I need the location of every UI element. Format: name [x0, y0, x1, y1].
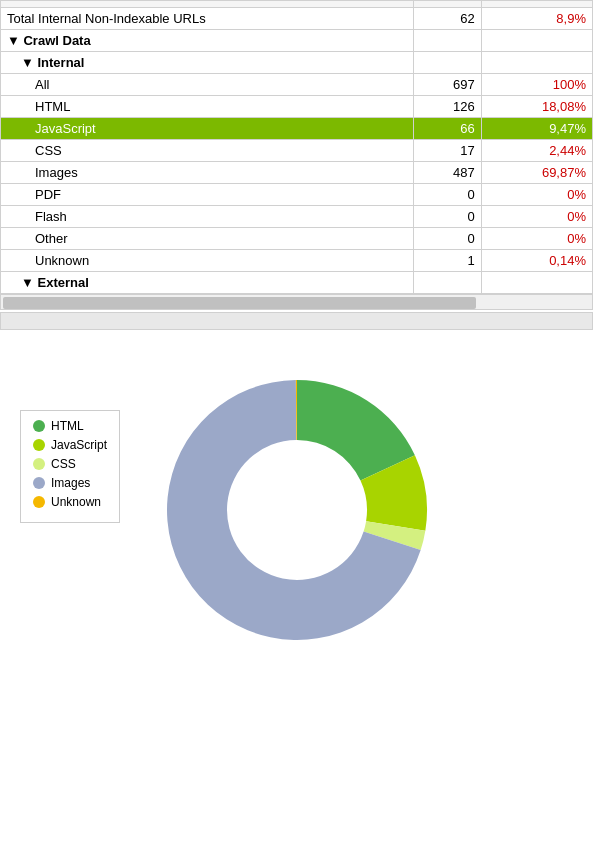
legend-item: JavaScript: [33, 438, 107, 452]
table-row[interactable]: Other00%: [1, 228, 593, 250]
col-label-header: [1, 1, 414, 8]
table-row[interactable]: PDF00%: [1, 184, 593, 206]
row-urls: 1: [413, 250, 481, 272]
row-label: Total Internal Non-Indexable URLs: [1, 8, 414, 30]
legend-label: JavaScript: [51, 438, 107, 452]
legend-color-dot: [33, 439, 45, 451]
row-pct: 18,08%: [481, 96, 592, 118]
horizontal-scrollbar[interactable]: [0, 294, 593, 310]
row-label: All: [1, 74, 414, 96]
row-pct: 0%: [481, 228, 592, 250]
scrollbar-thumb: [3, 297, 476, 309]
row-urls: 66: [413, 118, 481, 140]
table-row[interactable]: ▼ Crawl Data: [1, 30, 593, 52]
row-pct: 0%: [481, 206, 592, 228]
row-urls: 0: [413, 184, 481, 206]
row-pct: [481, 52, 592, 74]
chart-title: [0, 312, 593, 330]
legend-label: CSS: [51, 457, 76, 471]
row-urls: [413, 272, 481, 294]
col-pct-header: [481, 1, 592, 8]
donut-chart: [147, 360, 447, 660]
table-row[interactable]: JavaScript669,47%: [1, 118, 593, 140]
row-urls: 697: [413, 74, 481, 96]
table-row[interactable]: Total Internal Non-Indexable URLs628,9%: [1, 8, 593, 30]
row-pct: [481, 272, 592, 294]
legend-item: CSS: [33, 457, 107, 471]
row-label: Flash: [1, 206, 414, 228]
row-pct: 2,44%: [481, 140, 592, 162]
row-urls: 126: [413, 96, 481, 118]
row-pct: 0%: [481, 184, 592, 206]
legend-item: Images: [33, 476, 107, 490]
row-urls: 0: [413, 228, 481, 250]
legend-item: HTML: [33, 419, 107, 433]
table-header-row: [1, 1, 593, 8]
row-label: JavaScript: [1, 118, 414, 140]
table-row[interactable]: ▼ External: [1, 272, 593, 294]
legend-color-dot: [33, 477, 45, 489]
legend-item: Unknown: [33, 495, 107, 509]
legend-color-dot: [33, 458, 45, 470]
data-table: Total Internal Non-Indexable URLs628,9%▼…: [0, 0, 593, 294]
row-pct: [481, 30, 592, 52]
row-label: ▼ Crawl Data: [1, 30, 414, 52]
table-row[interactable]: CSS172,44%: [1, 140, 593, 162]
col-urls-header: [413, 1, 481, 8]
row-pct: 8,9%: [481, 8, 592, 30]
row-urls: [413, 30, 481, 52]
table-row[interactable]: Images48769,87%: [1, 162, 593, 184]
chart-legend: HTMLJavaScriptCSSImagesUnknown: [20, 410, 120, 523]
legend-label: Images: [51, 476, 90, 490]
row-pct: 69,87%: [481, 162, 592, 184]
legend-label: HTML: [51, 419, 84, 433]
table-row[interactable]: HTML12618,08%: [1, 96, 593, 118]
table-row[interactable]: ▼ Internal: [1, 52, 593, 74]
row-pct: 100%: [481, 74, 592, 96]
legend-label: Unknown: [51, 495, 101, 509]
legend-color-dot: [33, 420, 45, 432]
chart-area: HTMLJavaScriptCSSImagesUnknown: [0, 330, 593, 690]
row-urls: 62: [413, 8, 481, 30]
row-label: ▼ Internal: [1, 52, 414, 74]
table-row[interactable]: All697100%: [1, 74, 593, 96]
row-label: PDF: [1, 184, 414, 206]
row-pct: 0,14%: [481, 250, 592, 272]
row-label: Other: [1, 228, 414, 250]
crawl-data-table: Total Internal Non-Indexable URLs628,9%▼…: [0, 0, 593, 294]
row-pct: 9,47%: [481, 118, 592, 140]
row-urls: 17: [413, 140, 481, 162]
row-label: ▼ External: [1, 272, 414, 294]
table-row[interactable]: Unknown10,14%: [1, 250, 593, 272]
row-label: CSS: [1, 140, 414, 162]
row-urls: [413, 52, 481, 74]
row-label: HTML: [1, 96, 414, 118]
row-label: Unknown: [1, 250, 414, 272]
legend-color-dot: [33, 496, 45, 508]
row-urls: 0: [413, 206, 481, 228]
row-urls: 487: [413, 162, 481, 184]
table-row[interactable]: Flash00%: [1, 206, 593, 228]
row-label: Images: [1, 162, 414, 184]
